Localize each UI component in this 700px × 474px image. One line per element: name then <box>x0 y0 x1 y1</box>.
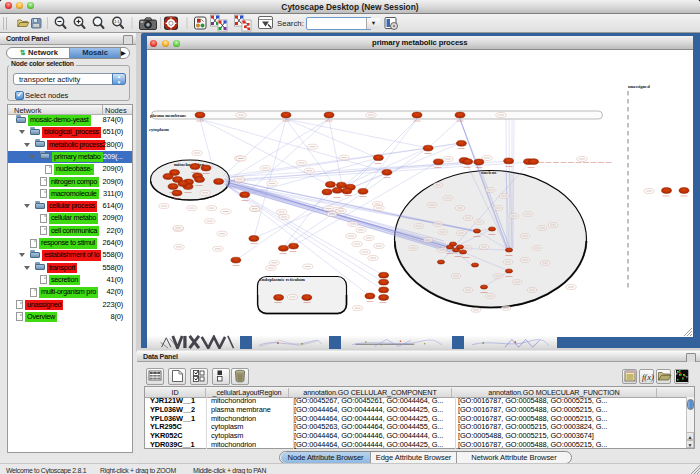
svg-text:nucleus: nucleus <box>481 170 497 175</box>
svg-text:1:1: 1:1 <box>114 20 119 24</box>
svg-text:f(x): f(x) <box>642 372 654 382</box>
svg-text:endoplasmic reticulum: endoplasmic reticulum <box>260 277 305 282</box>
svg-text:cytoplasm: cytoplasm <box>149 127 169 132</box>
svg-text:plasma membrane: plasma membrane <box>150 113 186 118</box>
svg-text:unassigned: unassigned <box>628 84 650 89</box>
